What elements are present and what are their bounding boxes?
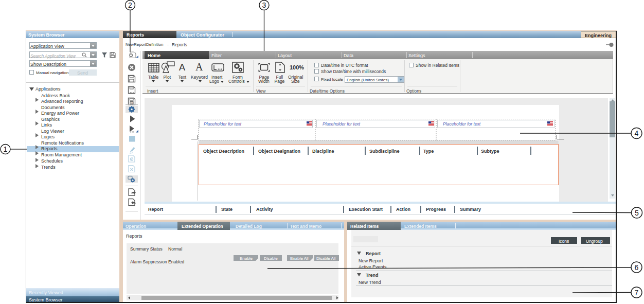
svg-text:3: 3	[262, 1, 266, 9]
svg-text:6: 6	[635, 263, 639, 272]
svg-text:7: 7	[635, 289, 639, 297]
svg-text:2: 2	[128, 1, 132, 9]
svg-text:1: 1	[4, 145, 8, 153]
svg-text:4: 4	[635, 129, 639, 137]
svg-text:5: 5	[635, 209, 639, 217]
